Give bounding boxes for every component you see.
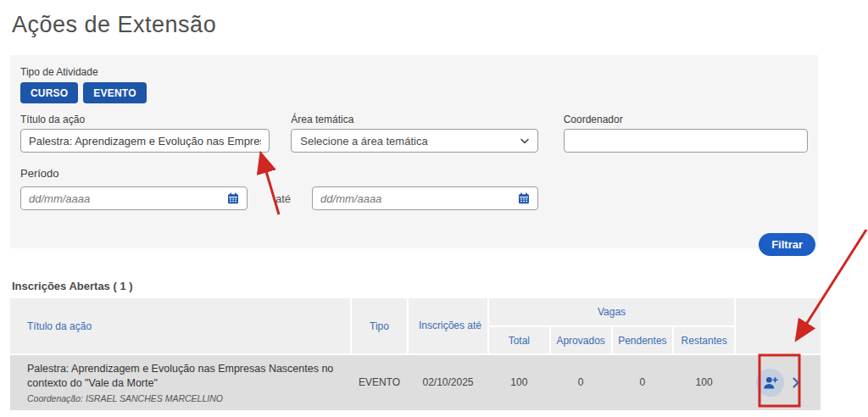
column-header-total: Total [488, 326, 550, 354]
calendar-icon[interactable] [227, 192, 239, 204]
filter-actions-row: Filtrar [20, 233, 808, 256]
row-type-cell: EVENTO [351, 354, 408, 410]
acoes-de-extensao-page: Ações de Extensão Tipo de Atividade CURS… [0, 0, 868, 417]
period-row: até [20, 186, 808, 210]
row-remaining-cell: 100 [673, 354, 735, 410]
calendar-icon[interactable] [518, 192, 530, 204]
column-group-vagas: Vagas [488, 298, 735, 326]
row-actions-cell [735, 354, 821, 410]
until-label: até [275, 192, 291, 205]
person-add-icon [763, 375, 778, 390]
row-pending-cell: 0 [612, 354, 674, 410]
period-end-field [312, 186, 538, 210]
column-header-pending: Pendentes [612, 326, 674, 354]
action-title-field: Título da ação [20, 114, 270, 153]
coordinator-input[interactable] [564, 129, 808, 153]
column-header-until: Inscrições até [408, 298, 488, 354]
row-title-cell: Palestra: Aprendizagem e Evolução nas Em… [10, 354, 351, 410]
activity-type-buttons: CURSO EVENTO [20, 82, 808, 103]
period-label: Período [20, 167, 808, 180]
thematic-area-selected-value: Selecione a área temática [300, 135, 427, 147]
column-header-type: Tipo [351, 298, 408, 354]
coordinator-label: Coordenador [564, 114, 808, 125]
action-title-label: Título da ação [20, 114, 270, 125]
filter-fields-row: Título da ação Área temática Selecione a… [20, 114, 808, 153]
period-start-field [20, 186, 248, 210]
row-approved-cell: 0 [550, 354, 612, 410]
row-until-cell: 02/10/2025 [408, 354, 488, 410]
action-title-input[interactable] [20, 129, 270, 153]
open-registrations-table: Título da ação Tipo Inscrições até Vagas… [10, 298, 821, 410]
open-registrations-heading: Inscrições Abertas ( 1 ) [12, 280, 133, 292]
row-coordination: Coordenação: ISRAEL SANCHES MARCELLINO [27, 393, 339, 403]
coordinator-field: Coordenador [564, 114, 808, 153]
filtrar-button[interactable]: Filtrar [759, 233, 815, 256]
period-start-input[interactable] [29, 192, 227, 205]
thematic-area-label: Área temática [291, 114, 537, 125]
table-row[interactable]: Palestra: Aprendizagem e Evolução nas Em… [10, 354, 821, 410]
filter-panel: Tipo de Atividade CURSO EVENTO Título da… [10, 55, 818, 248]
column-header-actions [735, 298, 821, 354]
row-total-cell: 100 [488, 354, 550, 410]
thematic-area-field: Área temática Selecione a área temática [291, 114, 537, 153]
column-header-remaining: Restantes [673, 326, 735, 354]
period-end-input[interactable] [320, 192, 518, 205]
thematic-area-select[interactable]: Selecione a área temática [291, 129, 537, 153]
curso-button[interactable]: CURSO [20, 82, 78, 103]
column-header-approved: Aprovados [550, 326, 612, 354]
chevron-right-icon[interactable] [793, 377, 799, 388]
column-header-title[interactable]: Título da ação [10, 298, 351, 354]
subscribe-button[interactable] [756, 369, 784, 397]
page-title: Ações de Extensão [12, 12, 216, 38]
chevron-down-icon [520, 138, 529, 144]
evento-button[interactable]: EVENTO [83, 82, 146, 103]
activity-type-label: Tipo de Atividade [20, 66, 808, 78]
row-action-title: Palestra: Aprendizagem e Evolução nas Em… [27, 362, 339, 391]
